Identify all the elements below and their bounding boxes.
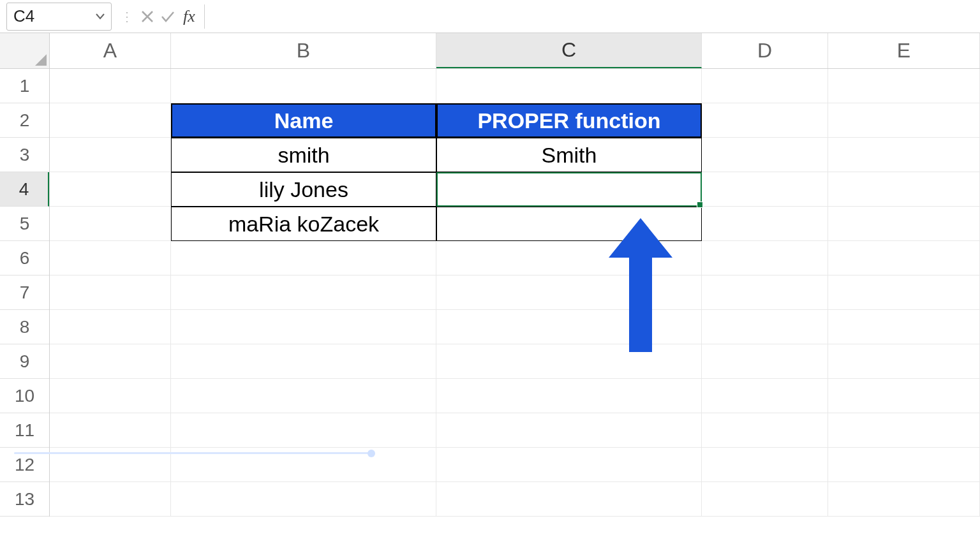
cell-A6[interactable] <box>50 241 171 276</box>
column-header-row: A B C D E <box>0 33 980 69</box>
cell-A5[interactable] <box>50 207 171 241</box>
cell-B9[interactable] <box>171 344 436 379</box>
row-header-3[interactable]: 3 <box>0 138 49 172</box>
cell-D9[interactable] <box>702 344 828 379</box>
name-box-text: C4 <box>13 6 34 26</box>
cell-E1[interactable] <box>828 69 980 103</box>
cell-A2[interactable] <box>50 103 171 138</box>
cell-B13[interactable] <box>171 482 436 517</box>
cell-E10[interactable] <box>828 379 980 413</box>
cell-C9[interactable] <box>436 344 702 379</box>
row-header-6[interactable]: 6 <box>0 241 49 276</box>
cell-B7[interactable] <box>171 276 436 310</box>
row-header-8[interactable]: 8 <box>0 310 49 344</box>
row-headers: 1 2 3 4 5 6 7 8 9 10 11 12 13 <box>0 69 50 517</box>
cell-D7[interactable] <box>702 276 828 310</box>
horizontal-scrollbar[interactable] <box>14 452 371 454</box>
row-header-7[interactable]: 7 <box>0 276 49 310</box>
cell-C3[interactable]: Smith <box>436 138 702 172</box>
cells-area: Name PROPER function smith Smith lily Jo… <box>50 69 980 517</box>
cell-C7[interactable] <box>436 276 702 310</box>
formula-input[interactable] <box>207 3 980 31</box>
name-box[interactable]: C4 <box>6 3 112 31</box>
column-header-D[interactable]: D <box>702 33 828 68</box>
cell-D2[interactable] <box>702 103 828 138</box>
grid-body: 1 2 3 4 5 6 7 8 9 10 11 12 13 <box>0 69 980 517</box>
spreadsheet-grid: A B C D E 1 2 3 4 5 6 7 8 9 10 11 12 13 <box>0 33 980 551</box>
cell-B6[interactable] <box>171 241 436 276</box>
cell-A1[interactable] <box>50 69 171 103</box>
select-all-corner[interactable] <box>0 33 50 68</box>
cell-D12[interactable] <box>702 448 828 482</box>
cell-C12[interactable] <box>436 448 702 482</box>
cell-D6[interactable] <box>702 241 828 276</box>
cell-C8[interactable] <box>436 310 702 344</box>
cell-C5[interactable] <box>436 207 702 241</box>
table-header-name[interactable]: Name <box>171 103 436 138</box>
cell-E13[interactable] <box>828 482 980 517</box>
cell-E9[interactable] <box>828 344 980 379</box>
cell-A3[interactable] <box>50 138 171 172</box>
cell-A9[interactable] <box>50 344 171 379</box>
fx-label[interactable]: fx <box>178 7 200 26</box>
formula-bar: C4 ⋮ fx <box>0 0 980 33</box>
cell-A10[interactable] <box>50 379 171 413</box>
x-icon <box>140 10 154 24</box>
cell-D4[interactable] <box>702 172 828 207</box>
cancel-formula-button[interactable] <box>137 3 158 31</box>
row-header-11[interactable]: 11 <box>0 413 49 448</box>
cell-D8[interactable] <box>702 310 828 344</box>
cell-D3[interactable] <box>702 138 828 172</box>
row-header-2[interactable]: 2 <box>0 103 49 138</box>
row-header-1[interactable]: 1 <box>0 69 49 103</box>
cell-E2[interactable] <box>828 103 980 138</box>
divider <box>204 4 205 29</box>
cell-A4[interactable] <box>50 172 171 207</box>
cell-C13[interactable] <box>436 482 702 517</box>
chevron-down-icon[interactable] <box>96 11 105 22</box>
cell-B3[interactable]: smith <box>171 138 436 172</box>
cell-A11[interactable] <box>50 413 171 448</box>
cell-E8[interactable] <box>828 310 980 344</box>
cell-A7[interactable] <box>50 276 171 310</box>
column-header-E[interactable]: E <box>828 33 980 68</box>
row-header-9[interactable]: 9 <box>0 344 49 379</box>
cell-B10[interactable] <box>171 379 436 413</box>
row-header-10[interactable]: 10 <box>0 379 49 413</box>
cell-E7[interactable] <box>828 276 980 310</box>
cell-C1[interactable] <box>436 69 702 103</box>
row-header-13[interactable]: 13 <box>0 482 49 517</box>
cell-E11[interactable] <box>828 413 980 448</box>
row-header-4[interactable]: 4 <box>0 172 49 207</box>
cell-B4[interactable]: lily Jones <box>171 172 436 207</box>
cell-B8[interactable] <box>171 310 436 344</box>
cell-E12[interactable] <box>828 448 980 482</box>
cell-D1[interactable] <box>702 69 828 103</box>
cell-D10[interactable] <box>702 379 828 413</box>
cell-C6[interactable] <box>436 241 702 276</box>
column-header-B[interactable]: B <box>171 33 436 68</box>
scrollbar-thumb[interactable] <box>368 450 375 457</box>
cell-C10[interactable] <box>436 379 702 413</box>
cell-D11[interactable] <box>702 413 828 448</box>
divider: ⋮ <box>117 9 137 24</box>
cell-E6[interactable] <box>828 241 980 276</box>
check-icon <box>160 10 175 24</box>
row-header-5[interactable]: 5 <box>0 207 49 241</box>
cell-B5[interactable]: maRia koZacek <box>171 207 436 241</box>
enter-formula-button[interactable] <box>158 3 178 31</box>
cell-E5[interactable] <box>828 207 980 241</box>
cell-E4[interactable] <box>828 172 980 207</box>
cell-E3[interactable] <box>828 138 980 172</box>
cell-A13[interactable] <box>50 482 171 517</box>
cell-C4[interactable] <box>436 172 702 207</box>
cell-D5[interactable] <box>702 207 828 241</box>
cell-D13[interactable] <box>702 482 828 517</box>
cell-A8[interactable] <box>50 310 171 344</box>
cell-C11[interactable] <box>436 413 702 448</box>
cell-B11[interactable] <box>171 413 436 448</box>
column-header-A[interactable]: A <box>50 33 171 68</box>
table-header-proper[interactable]: PROPER function <box>436 103 702 138</box>
cell-B1[interactable] <box>171 69 436 103</box>
column-header-C[interactable]: C <box>436 33 702 68</box>
